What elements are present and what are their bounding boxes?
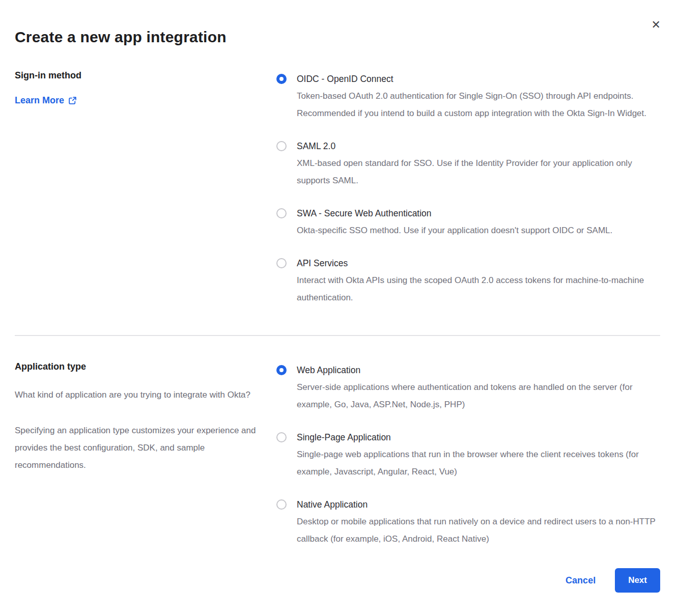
radio-description: Desktop or mobile applications that run … [297,513,660,548]
radio-button-native-application[interactable] [276,499,287,510]
radio-label: Single-Page Application [297,429,660,446]
create-app-integration-dialog: ✕ Create a new app integration Sign-in m… [0,0,678,616]
radio-description: XML-based open standard for SSO. Use if … [297,155,660,189]
radio-description: Server-side applications where authentic… [297,379,660,413]
radio-label: Web Application [297,361,660,379]
close-icon[interactable]: ✕ [652,19,661,31]
radio-button-api-services[interactable] [276,258,287,268]
radio-description: Interact with Okta APIs using the scoped… [297,272,660,306]
radio-button-web-application[interactable] [276,365,287,375]
radio-option-swa[interactable]: SWA - Secure Web Authentication Okta-spe… [276,205,660,239]
radio-option-saml[interactable]: SAML 2.0 XML-based open standard for SSO… [276,137,660,189]
radio-button-swa[interactable] [276,208,287,218]
radio-description: Okta-specific SSO method. Use if your ap… [297,222,660,239]
dialog-footer: Cancel Next [566,568,660,593]
application-type-section: Application type What kind of applicatio… [15,361,660,548]
radio-option-native-application[interactable]: Native Application Desktop or mobile app… [276,496,660,548]
radio-label: SAML 2.0 [297,137,660,155]
section-divider [15,335,660,336]
page-title: Create a new app integration [15,29,660,46]
radio-label: SWA - Secure Web Authentication [297,205,660,222]
radio-button-saml[interactable] [276,141,287,151]
radio-option-web-application[interactable]: Web Application Server-side applications… [276,361,660,413]
radio-label: Native Application [297,496,660,513]
cancel-button[interactable]: Cancel [566,575,596,586]
signin-method-section: Sign-in method Learn More OIDC - OpenID … [15,70,660,306]
radio-description: Single-page web applications that run in… [297,446,660,481]
application-type-radio-group: Web Application Server-side applications… [276,361,660,548]
external-link-icon [68,96,77,105]
signin-method-radio-group: OIDC - OpenID Connect Token-based OAuth … [276,70,660,306]
learn-more-link[interactable]: Learn More [15,95,77,106]
radio-description: Token-based OAuth 2.0 authentication for… [297,88,660,122]
radio-option-oidc[interactable]: OIDC - OpenID Connect Token-based OAuth … [276,70,660,122]
learn-more-label: Learn More [15,95,64,106]
radio-label: OIDC - OpenID Connect [297,70,660,88]
application-type-description-1: What kind of application are you trying … [15,386,259,404]
next-button[interactable]: Next [615,568,660,593]
radio-button-single-page-application[interactable] [276,432,287,442]
radio-button-oidc[interactable] [276,74,287,84]
radio-label: API Services [297,255,660,272]
signin-method-label: Sign-in method [15,70,266,81]
application-type-label: Application type [15,361,266,372]
radio-option-api-services[interactable]: API Services Interact with Okta APIs usi… [276,255,660,306]
radio-option-single-page-application[interactable]: Single-Page Application Single-page web … [276,429,660,481]
application-type-description-2: Specifying an application type customize… [15,422,259,474]
